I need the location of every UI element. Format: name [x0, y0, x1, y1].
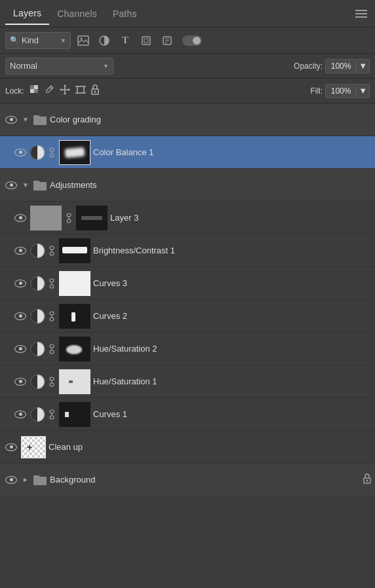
layer-row[interactable]: ▼ Color grading [0, 103, 375, 136]
opacity-chevron-button[interactable]: ▼ [357, 59, 370, 73]
layer-row[interactable]: Color Balance 1 [0, 136, 375, 169]
visibility-toggle[interactable] [13, 149, 28, 156]
chain-icon [64, 213, 73, 223]
tab-channels[interactable]: Channels [49, 3, 105, 24]
layer-thumbnail [59, 271, 90, 296]
svg-marker-16 [68, 88, 70, 91]
layer-name: Background [50, 475, 361, 485]
expand-arrow-icon[interactable]: ► [21, 476, 30, 483]
visibility-toggle[interactable] [4, 443, 18, 451]
svg-rect-17 [77, 86, 84, 93]
type-filter-icon[interactable]: T [118, 33, 132, 48]
svg-marker-15 [60, 88, 62, 91]
expand-arrow-icon[interactable]: ▼ [21, 116, 30, 123]
svg-rect-44 [50, 344, 54, 348]
eye-icon [5, 116, 17, 124]
svg-point-1 [81, 37, 83, 39]
layer-name: Hue/Saturation 1 [93, 377, 371, 386]
layer-name: Curves 1 [93, 409, 371, 419]
layer-row[interactable]: Hue/Saturation 1 [0, 365, 375, 398]
svg-point-56 [366, 480, 368, 482]
folder-icon [33, 474, 47, 486]
smartobject-filter-icon[interactable] [160, 33, 174, 48]
layer-name: Color grading [50, 115, 371, 124]
svg-rect-8 [30, 89, 34, 93]
adjustment-icon [30, 145, 45, 160]
blendmode-select[interactable]: Normal ▼ [5, 58, 113, 75]
lock-position-button[interactable] [60, 84, 70, 97]
blendmode-label: Normal [10, 61, 37, 71]
fill-label: Fill: [310, 86, 323, 96]
visibility-toggle[interactable] [4, 116, 18, 124]
svg-rect-6 [30, 85, 34, 89]
visibility-toggle[interactable] [13, 345, 28, 353]
kind-filter-select[interactable]: 🔍 Kind ▼ [5, 32, 71, 49]
svg-rect-53 [50, 416, 54, 419]
layer-name: Layer 3 [110, 213, 371, 223]
lock-transparent-button[interactable] [30, 84, 40, 97]
svg-rect-45 [50, 350, 54, 354]
layer-row[interactable]: Brightness/Contrast 1 [0, 234, 375, 267]
layer-row[interactable]: Curves 3 [0, 267, 375, 300]
lock-artboard-button[interactable] [75, 84, 86, 97]
folder-icon [33, 179, 47, 191]
lock-all-button[interactable] [91, 84, 99, 97]
shape-filter-icon[interactable] [139, 33, 153, 48]
eye-icon [14, 149, 26, 156]
layer-row[interactable]: ► Background [0, 464, 375, 496]
visibility-toggle[interactable] [13, 247, 28, 255]
chain-icon [47, 311, 56, 322]
svg-marker-14 [64, 93, 66, 95]
visibility-toggle[interactable] [13, 280, 28, 287]
svg-rect-3 [142, 37, 150, 45]
layer-row[interactable]: Curves 2 [0, 300, 375, 333]
svg-rect-32 [50, 246, 54, 249]
svg-rect-28 [67, 213, 71, 217]
adjustment-icon [30, 407, 45, 422]
tab-layers[interactable]: Layers [5, 3, 49, 25]
expand-arrow-icon[interactable]: ▼ [21, 181, 30, 189]
layer-row[interactable]: Hue/Saturation 2 [0, 333, 375, 365]
image-filter-icon[interactable] [76, 33, 90, 48]
visibility-toggle[interactable] [13, 411, 28, 418]
lock-image-button[interactable] [45, 84, 54, 97]
filter-toggle[interactable] [182, 35, 202, 46]
eye-icon [14, 378, 26, 386]
svg-rect-36 [50, 279, 54, 282]
layer-name: Color Balance 1 [93, 147, 371, 157]
layer-row[interactable]: ▼ Adjustments [0, 169, 375, 202]
layer-thumbnail [59, 140, 90, 165]
visibility-toggle[interactable] [13, 312, 28, 320]
visibility-toggle[interactable] [4, 181, 18, 189]
visibility-toggle[interactable] [13, 214, 28, 222]
lock-icons [30, 84, 99, 97]
kind-filter-chevron-icon: ▼ [60, 37, 66, 44]
layer-name: Adjustments [50, 180, 371, 190]
adjustment-filter-icon[interactable] [97, 33, 111, 48]
layer-row[interactable]: Curves 1 [0, 398, 375, 431]
chain-icon [47, 377, 56, 387]
eye-icon [14, 411, 26, 418]
fill-input[interactable] [325, 84, 357, 98]
layer-row[interactable]: Clean up [0, 431, 375, 464]
layer-thumbnail [21, 436, 46, 458]
adjustment-icon [30, 244, 45, 258]
tab-paths[interactable]: Paths [105, 3, 145, 24]
visibility-toggle[interactable] [4, 476, 18, 484]
svg-marker-13 [64, 84, 66, 86]
adjustment-icon [30, 309, 45, 323]
blend-bar: Normal ▼ Opacity: ▼ [0, 54, 375, 79]
panel-menu-button[interactable] [353, 7, 370, 20]
fill-chevron-button[interactable]: ▼ [357, 84, 370, 98]
svg-rect-29 [67, 219, 71, 223]
eye-icon [5, 443, 17, 451]
kind-filter-label: Kind [22, 35, 39, 45]
layer-row[interactable]: Layer 3 [0, 202, 375, 234]
opacity-input[interactable] [325, 59, 357, 73]
layers-list: ▼ Color grading Color Bal [0, 103, 375, 496]
svg-rect-7 [34, 85, 38, 89]
visibility-toggle[interactable] [13, 378, 28, 386]
blendmode-chevron-icon: ▼ [103, 63, 109, 69]
eye-icon [5, 181, 17, 189]
svg-rect-26 [50, 154, 54, 157]
